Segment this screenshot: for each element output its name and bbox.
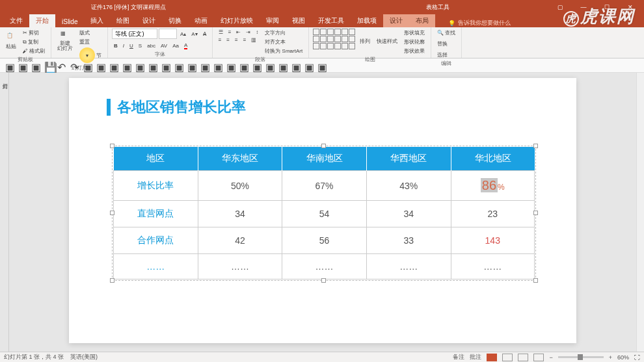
table-row[interactable]: 直营网点 34 54 34 23 — [114, 201, 535, 227]
qat-icon[interactable]: ▣ — [135, 61, 144, 70]
qat-icon[interactable]: ▣ — [5, 61, 14, 70]
align-right-button[interactable]: ≡ — [233, 36, 240, 44]
zoom-level[interactable]: 60% — [617, 354, 629, 361]
resize-handle[interactable] — [533, 144, 538, 148]
shape-outline-button[interactable]: 形状轮廓 — [402, 38, 427, 46]
qat-icon[interactable]: ▣ — [122, 61, 131, 70]
tab-slideshow[interactable]: 幻灯片放映 — [214, 14, 260, 27]
tab-design[interactable]: 设计 — [136, 14, 162, 27]
resize-handle[interactable] — [533, 211, 538, 215]
decrease-font-button[interactable]: A▾ — [189, 31, 199, 38]
align-left-button[interactable]: ≡ — [217, 36, 224, 44]
qat-icon[interactable]: ▣ — [96, 61, 105, 70]
cell[interactable]: …… — [198, 254, 282, 279]
maximize-button[interactable]: ☐ — [600, 4, 614, 10]
qat-icon[interactable]: ▣ — [278, 61, 288, 70]
qat-icon[interactable]: ▣ — [213, 61, 222, 70]
cell[interactable]: 34 — [366, 201, 451, 227]
outline-panel-collapsed[interactable]: 幻灯片 — [0, 73, 9, 352]
slide-title[interactable]: 各地区销售增长比率 — [107, 97, 246, 117]
cell[interactable]: …… — [451, 254, 535, 279]
qat-icon[interactable]: ▣ — [109, 61, 118, 70]
tell-me-search[interactable]: 💡 告诉我你想要做什么 — [448, 19, 511, 27]
slide-counter[interactable]: 幻灯片第 1 张，共 4 张 — [4, 354, 64, 360]
clear-format-button[interactable]: A̶ — [201, 31, 208, 38]
replace-button[interactable]: 替换 — [435, 40, 449, 48]
table-header[interactable]: 华西地区 — [366, 147, 451, 171]
cell[interactable]: 33 — [366, 227, 451, 254]
cell[interactable]: 直营网点 — [114, 201, 198, 227]
resize-handle[interactable] — [321, 278, 326, 283]
cell[interactable]: …… — [366, 254, 451, 279]
minimize-button[interactable]: — — [576, 4, 591, 10]
tab-transitions[interactable]: 切换 — [162, 14, 188, 27]
table-row[interactable]: 合作网点 42 56 33 143 — [114, 227, 535, 254]
qat-save-icon[interactable]: 💾 — [44, 61, 53, 70]
ribbon-display-options-icon[interactable]: ▢ — [553, 4, 567, 10]
tab-home[interactable]: 开始 — [29, 14, 55, 27]
qat-icon[interactable]: ▣ — [18, 61, 27, 70]
shapes-gallery[interactable] — [313, 29, 355, 49]
zoom-thumb[interactable] — [578, 354, 583, 360]
table-header[interactable]: 华南地区 — [282, 147, 367, 171]
cell-highlighted[interactable]: 86% — [451, 171, 535, 201]
qat-icon[interactable]: ▣ — [161, 61, 170, 70]
layout-button[interactable]: 版式 — [77, 29, 103, 37]
tab-developer[interactable]: 开发工具 — [312, 14, 351, 27]
tab-animations[interactable]: 动画 — [188, 14, 214, 27]
qat-icon[interactable]: ▣ — [200, 61, 209, 70]
table-row[interactable]: …… …… …… …… …… — [114, 254, 535, 279]
find-button[interactable]: 🔍查找 — [435, 29, 457, 37]
shape-effects-button[interactable]: 形状效果 — [402, 47, 427, 55]
reset-button[interactable]: 重置 — [77, 38, 103, 46]
resize-handle[interactable] — [110, 211, 114, 215]
close-button[interactable]: ✕ — [623, 4, 637, 10]
resize-handle[interactable] — [110, 278, 114, 283]
cell[interactable]: 56 — [282, 227, 367, 254]
cell[interactable]: 增长比率 — [114, 171, 198, 201]
qat-icon[interactable]: ▣ — [31, 61, 40, 70]
qat-icon[interactable]: ▣ — [317, 61, 327, 70]
increase-font-button[interactable]: A▴ — [178, 31, 188, 38]
select-button[interactable]: 选择 — [435, 51, 449, 59]
smartart-button[interactable]: 转换为 SmartArt — [263, 47, 304, 55]
bullets-button[interactable]: ☰ — [217, 29, 225, 36]
align-text-button[interactable]: 对齐文本 — [263, 38, 304, 46]
columns-button[interactable]: ▥ — [249, 36, 258, 44]
qat-icon[interactable]: ▣ — [265, 61, 275, 70]
underline-button[interactable]: U — [127, 42, 135, 49]
qat-icon[interactable]: ▣ — [304, 61, 314, 70]
bold-button[interactable]: B — [112, 42, 120, 49]
arrange-button[interactable]: 排列 — [358, 29, 372, 53]
zoom-slider[interactable] — [558, 356, 604, 358]
cell[interactable]: …… — [114, 254, 198, 279]
slide[interactable]: 各地区销售增长比率 地区 华东地区 华南地区 华西地区 华北地区 — [69, 78, 576, 343]
tab-addins[interactable]: 加载项 — [351, 14, 383, 27]
cell[interactable]: 43% — [366, 171, 451, 201]
char-spacing-button[interactable]: AV — [159, 42, 169, 49]
paste-button[interactable]: 📋粘贴 — [4, 29, 18, 53]
tab-islide[interactable]: iSlide — [55, 16, 84, 27]
line-spacing-button[interactable]: ↕ — [254, 29, 260, 36]
cell[interactable]: 23 — [451, 201, 535, 227]
qat-icon[interactable]: ▣ — [226, 61, 235, 70]
align-center-button[interactable]: ≡ — [224, 36, 232, 44]
cell[interactable]: 34 — [198, 201, 282, 227]
table-header[interactable]: 地区 — [114, 147, 198, 171]
slide-canvas-area[interactable]: 各地区销售增长比率 地区 华东地区 华南地区 华西地区 华北地区 — [9, 73, 636, 352]
cell[interactable]: 67% — [282, 171, 367, 201]
cell[interactable]: 合作网点 — [114, 227, 198, 254]
qat-icon[interactable]: ▣ — [174, 61, 183, 70]
change-case-button[interactable]: Aa — [170, 42, 181, 49]
qat-icon[interactable]: ▣ — [148, 61, 157, 70]
table-row[interactable]: 增长比率 50% 67% 43% 86% — [114, 171, 535, 201]
font-name-combo[interactable]: 等线 (正文) — [112, 29, 157, 39]
cell[interactable]: 54 — [282, 201, 367, 227]
data-table[interactable]: 地区 华东地区 华南地区 华西地区 华北地区 增长比率 50% 67% 43% … — [113, 147, 535, 279]
resize-handle[interactable] — [321, 144, 326, 148]
tab-table-layout[interactable]: 布局 — [409, 14, 435, 27]
cut-button[interactable]: ✂剪切 — [21, 29, 47, 37]
numbering-button[interactable]: ≡ — [226, 29, 234, 36]
strikethrough-button[interactable]: S — [137, 42, 144, 49]
qat-icon[interactable]: ▣ — [291, 61, 301, 70]
